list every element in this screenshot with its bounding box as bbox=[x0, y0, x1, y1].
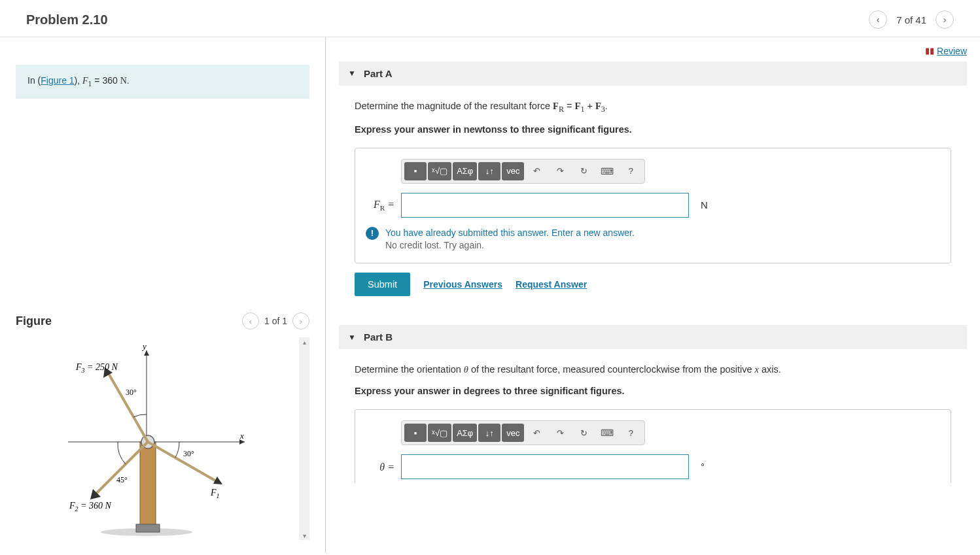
problem-statement: In (Figure 1), F1 = 360 N. bbox=[16, 65, 309, 99]
part-a-answer-label: FR = bbox=[366, 196, 394, 214]
part-a-feedback: ! You have already submitted this answer… bbox=[366, 227, 940, 252]
figure-canvas: ▴ ▾ x y bbox=[16, 337, 309, 540]
next-problem-button[interactable]: › bbox=[936, 10, 954, 29]
collapse-icon: ▼ bbox=[348, 333, 356, 342]
tool-vector-button[interactable]: vec bbox=[502, 162, 524, 180]
request-answer-link[interactable]: Request Answer bbox=[516, 277, 587, 292]
svg-line-10 bbox=[107, 371, 148, 442]
part-a-prompt: Determine the magnitude of the resultant… bbox=[355, 99, 951, 116]
svg-rect-1 bbox=[140, 442, 156, 531]
y-axis-label: y bbox=[141, 341, 147, 351]
scroll-down-icon[interactable]: ▾ bbox=[300, 531, 309, 540]
figure-prev-button[interactable]: ‹ bbox=[242, 312, 259, 329]
prev-problem-button[interactable]: ‹ bbox=[869, 10, 887, 29]
part-a-answer-input[interactable] bbox=[401, 193, 689, 218]
part-b-answer-input[interactable] bbox=[401, 454, 689, 479]
equation-toolbar-b: ▪ ᵡ√▢ ΑΣφ ↓↑ vec ↶ ↷ ↻ ⌨ ? bbox=[401, 420, 645, 445]
tool-keyboard-button[interactable]: ⌨ bbox=[596, 162, 618, 180]
tool-subscript-button[interactable]: ↓↑ bbox=[478, 424, 500, 442]
angle-30b: 30° bbox=[183, 449, 194, 458]
figure-link[interactable]: Figure 1 bbox=[41, 75, 74, 86]
tool-help-button[interactable]: ? bbox=[620, 424, 642, 442]
alert-icon: ! bbox=[366, 227, 379, 240]
figure-title: Figure bbox=[16, 314, 52, 328]
part-b-prompt: Determine the orientation θ of the resul… bbox=[355, 362, 951, 377]
tool-undo-button[interactable]: ↶ bbox=[525, 424, 548, 442]
problem-counter: 7 of 41 bbox=[896, 14, 926, 25]
tool-keyboard-button[interactable]: ⌨ bbox=[596, 424, 618, 442]
problem-title: Problem 2.10 bbox=[26, 12, 108, 27]
part-b: ▼ Part B Determine the orientation θ of … bbox=[339, 325, 967, 496]
part-b-unit: ° bbox=[701, 459, 705, 475]
tool-vector-button[interactable]: vec bbox=[502, 424, 524, 442]
tool-radical-button[interactable]: ᵡ√▢ bbox=[428, 424, 451, 442]
tool-greek-button[interactable]: ΑΣφ bbox=[453, 424, 477, 442]
angle-30a: 30° bbox=[126, 388, 137, 397]
equation-toolbar-a: ▪ ᵡ√▢ ΑΣφ ↓↑ vec ↶ ↷ ↻ ⌨ ? bbox=[401, 159, 645, 184]
tool-reset-button[interactable]: ↻ bbox=[572, 162, 595, 180]
part-b-title: Part B bbox=[364, 331, 393, 343]
part-a-unit: N bbox=[701, 197, 708, 213]
tool-greek-button[interactable]: ΑΣφ bbox=[453, 162, 477, 180]
tool-reset-button[interactable]: ↻ bbox=[572, 424, 595, 442]
part-a: ▼ Part A Determine the magnitude of the … bbox=[339, 61, 967, 310]
angle-45: 45° bbox=[116, 475, 128, 484]
tool-help-button[interactable]: ? bbox=[620, 162, 642, 180]
part-b-header[interactable]: ▼ Part B bbox=[339, 325, 967, 349]
tool-template-button[interactable]: ▪ bbox=[404, 424, 427, 442]
part-b-answer-panel: ▪ ᵡ√▢ ΑΣφ ↓↑ vec ↶ ↷ ↻ ⌨ ? θ = ° bbox=[355, 409, 951, 483]
tool-radical-button[interactable]: ᵡ√▢ bbox=[428, 162, 451, 180]
tool-redo-button[interactable]: ↷ bbox=[549, 162, 571, 180]
svg-marker-6 bbox=[144, 350, 149, 356]
tool-redo-button[interactable]: ↷ bbox=[549, 424, 571, 442]
f1-label: F1 bbox=[210, 488, 220, 499]
part-a-answer-panel: ▪ ᵡ√▢ ΑΣφ ↓↑ vec ↶ ↷ ↻ ⌨ ? FR = N bbox=[355, 148, 951, 263]
review-link[interactable]: ▮▮ Review bbox=[925, 46, 967, 56]
svg-line-8 bbox=[148, 442, 219, 482]
svg-rect-2 bbox=[136, 524, 160, 532]
review-icon: ▮▮ bbox=[925, 46, 934, 56]
x-axis-label: x bbox=[239, 431, 244, 441]
figure-next-button[interactable]: › bbox=[292, 312, 309, 329]
part-b-instruction: Express your answer in degrees to three … bbox=[355, 384, 951, 399]
collapse-icon: ▼ bbox=[348, 69, 356, 78]
tool-template-button[interactable]: ▪ bbox=[404, 162, 427, 180]
part-a-header[interactable]: ▼ Part A bbox=[339, 61, 967, 86]
part-a-instruction: Express your answer in newtonss to three… bbox=[355, 122, 951, 137]
tool-undo-button[interactable]: ↶ bbox=[525, 162, 548, 180]
part-a-title: Part A bbox=[364, 68, 393, 79]
part-b-answer-label: θ = bbox=[366, 459, 394, 476]
f2-label: F2 = 360 N bbox=[69, 501, 112, 513]
problem-nav: ‹ 7 of 41 › bbox=[869, 10, 954, 29]
figure-counter: 1 of 1 bbox=[264, 316, 287, 326]
previous-answers-link[interactable]: Previous Answers bbox=[423, 277, 502, 292]
scroll-up-icon[interactable]: ▴ bbox=[300, 337, 309, 346]
submit-button[interactable]: Submit bbox=[355, 273, 410, 296]
tool-subscript-button[interactable]: ↓↑ bbox=[478, 162, 500, 180]
